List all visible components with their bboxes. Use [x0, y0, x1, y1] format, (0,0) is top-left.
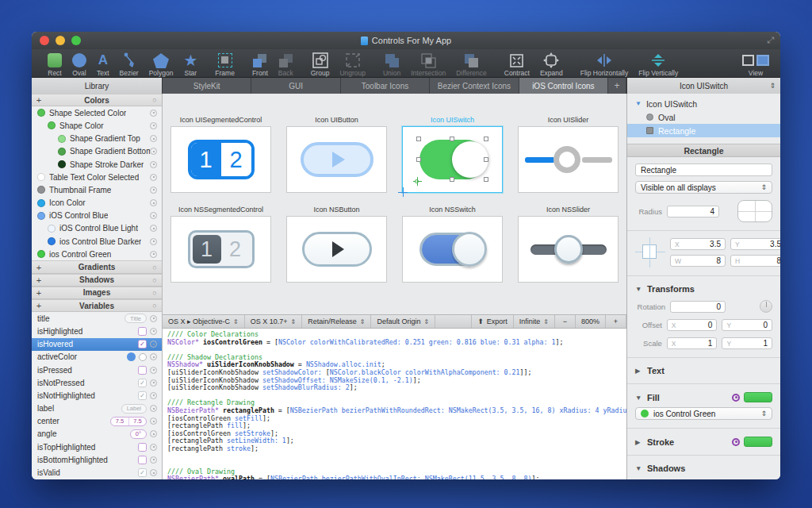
target-icon[interactable]: [150, 353, 157, 360]
artboard-icon-nsbutton[interactable]: Icon NSButton: [286, 206, 387, 283]
radio-icon[interactable]: [139, 353, 147, 361]
color-item[interactable]: iOS Control Blue Light: [32, 222, 162, 235]
variable-point-field[interactable]: 7.57.5: [110, 417, 147, 426]
target-icon[interactable]: [150, 367, 157, 374]
add-tab-button[interactable]: +: [608, 78, 626, 94]
text-section-header[interactable]: ▶ Text: [635, 366, 772, 375]
stroke-color-swatch[interactable]: [744, 437, 772, 447]
canvas[interactable]: Icon UISegmentedControl12Icon UIButtonIc…: [163, 94, 626, 314]
offset-x-field[interactable]: X0: [667, 319, 718, 331]
code-select-retain-release[interactable]: Retain/Release⇕: [302, 315, 371, 328]
variable-item-isPressed[interactable]: isPressed: [32, 364, 162, 376]
rect-button[interactable]: Rect: [48, 51, 62, 77]
layer-icon-uiswitch[interactable]: ▼Icon UISwitch: [627, 97, 780, 110]
target-icon[interactable]: [150, 328, 157, 335]
target-icon[interactable]: [150, 251, 157, 258]
selection-handle[interactable]: [450, 177, 454, 182]
height-field[interactable]: H8: [730, 255, 780, 267]
x-field[interactable]: X3.5: [670, 238, 726, 250]
artboard-icon-uislider[interactable]: Icon UISlider: [518, 116, 619, 193]
section-header-colors[interactable]: +Colors○: [32, 94, 162, 106]
target-icon[interactable]: [150, 341, 157, 348]
fill-target-icon[interactable]: [732, 394, 740, 402]
fill-section-header[interactable]: ▼ Fill: [635, 392, 772, 402]
layer-rectangle[interactable]: Rectangle: [627, 124, 780, 137]
variable-field[interactable]: Title: [124, 314, 147, 323]
color-item[interactable]: Table Text Color Selected: [32, 171, 162, 183]
tab-gui[interactable]: GUI: [251, 78, 340, 94]
color-item[interactable]: Icon Color: [32, 197, 162, 210]
expand-button[interactable]: Expand: [540, 51, 563, 77]
target-icon[interactable]: [150, 379, 157, 387]
color-item[interactable]: Shape Color: [32, 119, 162, 132]
selection-handle[interactable]: [416, 137, 421, 141]
bezier-button[interactable]: Bezier: [120, 51, 139, 77]
ungroup-button[interactable]: Ungroup: [339, 51, 366, 77]
target-icon[interactable]: [150, 148, 157, 155]
canvas-size-select[interactable]: Infinite⇕: [514, 315, 555, 328]
target-icon[interactable]: [150, 418, 157, 425]
filter-icon[interactable]: ○: [147, 302, 162, 310]
union-button[interactable]: Union: [383, 51, 400, 77]
shape-name-field[interactable]: [635, 164, 772, 176]
tab-stylekit[interactable]: StyleKit: [163, 78, 251, 94]
section-header-images[interactable]: +Images○: [32, 287, 162, 299]
code-select-os-x-10-7-[interactable]: OS X 10.7+⇕: [245, 315, 302, 328]
filter-icon[interactable]: ○: [147, 264, 162, 271]
target-icon[interactable]: [150, 135, 157, 142]
group-button[interactable]: Group: [311, 51, 330, 77]
filter-icon[interactable]: ○: [147, 96, 162, 104]
fullscreen-icon[interactable]: ⤢: [767, 35, 774, 45]
contract-button[interactable]: Contract: [504, 51, 530, 77]
target-icon[interactable]: [150, 405, 157, 412]
export-button[interactable]: ⬆Export: [472, 315, 514, 328]
target-icon[interactable]: [150, 456, 157, 464]
variable-item-isHighlighted[interactable]: isHighlighted: [32, 325, 162, 337]
tab-bezier-context-icons[interactable]: Bezier Context Icons: [430, 78, 519, 94]
difference-button[interactable]: Difference: [456, 51, 487, 77]
view-button[interactable]: View: [742, 51, 769, 77]
artboard-icon-uibutton[interactable]: Icon UIButton: [286, 116, 387, 193]
color-item[interactable]: Shape Gradient Top: [32, 133, 162, 145]
target-icon[interactable]: [150, 174, 157, 181]
artboard-icon-nssegmentedcontrol[interactable]: Icon NSSegmentedControl12: [170, 206, 271, 283]
width-field[interactable]: W8: [670, 255, 726, 267]
target-icon[interactable]: [150, 238, 157, 245]
selection-handle[interactable]: [416, 157, 421, 162]
radius-field[interactable]: 4: [667, 206, 719, 217]
anchor-widget[interactable]: [635, 237, 665, 267]
back-button[interactable]: Back: [278, 51, 293, 77]
tab-toolbar-icons[interactable]: Toolbar Icons: [341, 78, 430, 94]
target-icon[interactable]: [150, 430, 157, 437]
variable-item-label[interactable]: labelLabel: [32, 402, 162, 415]
y-field[interactable]: Y3.5: [730, 238, 780, 250]
artboard-icon-uiswitch[interactable]: Icon UISwitch: [402, 116, 503, 193]
target-icon[interactable]: [150, 212, 157, 219]
color-item[interactable]: Shape Stroke Darker: [32, 158, 162, 171]
artboard-icon-nsswitch[interactable]: Icon NSSwitch: [402, 206, 503, 283]
variable-checkbox[interactable]: ✓: [138, 391, 147, 400]
stroke-section-header[interactable]: ▶ Stroke: [635, 437, 772, 447]
rotation-dial[interactable]: [760, 300, 772, 313]
shadows-section-header[interactable]: ▼ Shadows: [635, 464, 772, 473]
variable-item-isBottomHighlighted[interactable]: isBottomHighlighted: [32, 453, 162, 466]
fill-color-swatch[interactable]: [744, 392, 772, 402]
section-header-shadows[interactable]: +Shadows○: [32, 274, 162, 287]
corner-radius-widget[interactable]: [737, 200, 772, 222]
add-icon[interactable]: +: [32, 263, 46, 272]
oval-button[interactable]: Oval: [72, 51, 86, 77]
artboard-icon-uisegmentedcontrol[interactable]: Icon UISegmentedControl12: [170, 116, 271, 193]
variable-checkbox[interactable]: [138, 443, 147, 452]
offset-y-field[interactable]: Y0: [722, 319, 772, 331]
variable-field[interactable]: 0°: [130, 429, 147, 439]
code-view[interactable]: //// Color DeclarationsNSColor* iosContr…: [163, 329, 626, 479]
flip-vertically-button[interactable]: Flip Vertically: [638, 51, 678, 77]
variable-checkbox[interactable]: ✓: [138, 468, 147, 477]
library-panel-header[interactable]: Library: [32, 78, 163, 94]
rotation-field[interactable]: 0: [670, 301, 726, 313]
variable-checkbox[interactable]: [138, 366, 147, 375]
color-item[interactable]: Thumbnail Frame: [32, 183, 162, 196]
scale-y-field[interactable]: Y1: [722, 337, 772, 349]
add-icon[interactable]: +: [32, 95, 46, 105]
color-item[interactable]: Shape Selected Color: [32, 106, 162, 119]
